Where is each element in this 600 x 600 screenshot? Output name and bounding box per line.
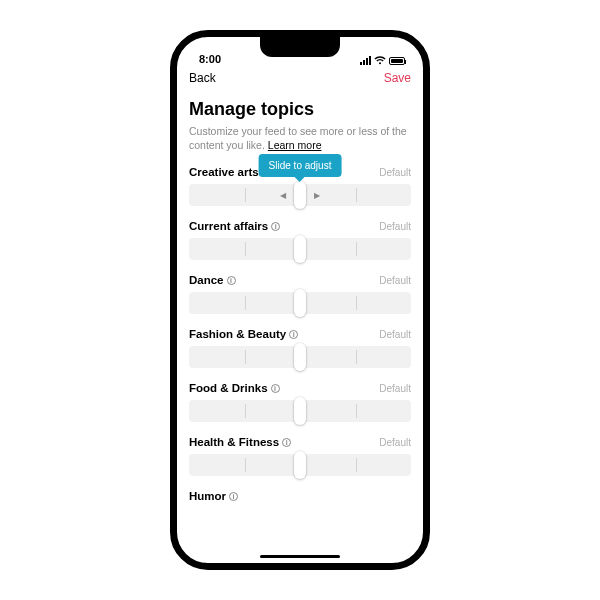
topic-status: Default [379, 221, 411, 232]
info-icon[interactable]: i [271, 222, 280, 231]
topic-slider[interactable] [189, 400, 411, 422]
topic-label: Humor i [189, 490, 238, 502]
slider-tick [356, 350, 357, 364]
topic-status: Default [379, 275, 411, 286]
slider-tick [245, 242, 246, 256]
topic-label-text: Current affairs [189, 220, 268, 232]
info-icon[interactable]: i [271, 384, 280, 393]
slider-thumb[interactable] [294, 451, 306, 479]
topic-label-text: Creative arts [189, 166, 259, 178]
back-button[interactable]: Back [189, 71, 216, 85]
topic-label: Fashion & Beauty i [189, 328, 298, 340]
topic-label-text: Food & Drinks [189, 382, 268, 394]
slider-tick [356, 296, 357, 310]
topic-status: Default [379, 437, 411, 448]
topic-row: Fashion & Beauty i Default [187, 328, 413, 368]
battery-icon [389, 57, 405, 65]
learn-more-link[interactable]: Learn more [268, 139, 322, 151]
phone-frame: 8:00 Back Save Manage topics Customize y… [170, 30, 430, 570]
signal-icon [360, 56, 371, 65]
topic-slider[interactable] [189, 454, 411, 476]
home-indicator[interactable] [260, 555, 340, 558]
slider-tick [245, 404, 246, 418]
page-title: Manage topics [187, 99, 413, 120]
topic-row: Humor i [187, 490, 413, 502]
save-button[interactable]: Save [384, 71, 411, 85]
slider-tick [356, 242, 357, 256]
slider-tick [356, 188, 357, 202]
screen: 8:00 Back Save Manage topics Customize y… [177, 37, 423, 563]
topic-label-text: Humor [189, 490, 226, 502]
slider-tick [245, 188, 246, 202]
slider-thumb[interactable] [294, 343, 306, 371]
status-time: 8:00 [199, 53, 221, 65]
topic-head: Humor i [189, 490, 411, 502]
info-icon[interactable]: i [289, 330, 298, 339]
topic-head: Dance i Default [189, 274, 411, 286]
topic-label-text: Dance [189, 274, 224, 286]
topic-slider[interactable] [189, 346, 411, 368]
topic-head: Fashion & Beauty i Default [189, 328, 411, 340]
topic-head: Food & Drinks i Default [189, 382, 411, 394]
topic-row: Current affairs i Default [187, 220, 413, 260]
slider-tick [356, 458, 357, 472]
topic-head: Current affairs i Default [189, 220, 411, 232]
topic-row: Dance i Default [187, 274, 413, 314]
topic-label: Current affairs i [189, 220, 280, 232]
slider-thumb[interactable] [294, 289, 306, 317]
topic-slider[interactable]: ◀ ▶ [189, 184, 411, 206]
topic-label: Health & Fitness i [189, 436, 291, 448]
nav-bar: Back Save [187, 65, 413, 89]
slider-tick [245, 296, 246, 310]
topic-status: Default [379, 383, 411, 394]
notch [260, 37, 340, 57]
topic-slider[interactable] [189, 292, 411, 314]
slider-tick [356, 404, 357, 418]
info-icon[interactable]: i [282, 438, 291, 447]
topic-row: Slide to adjust Creative arts i Default … [187, 166, 413, 206]
topic-slider[interactable] [189, 238, 411, 260]
topic-status: Default [379, 167, 411, 178]
wifi-icon [374, 56, 386, 65]
slider-thumb[interactable] [294, 397, 306, 425]
topic-label-text: Health & Fitness [189, 436, 279, 448]
topic-label-text: Fashion & Beauty [189, 328, 286, 340]
topic-head: Health & Fitness i Default [189, 436, 411, 448]
topic-label: Food & Drinks i [189, 382, 280, 394]
topic-status: Default [379, 329, 411, 340]
slider-tick [245, 350, 246, 364]
status-right [360, 56, 405, 65]
topic-label: Dance i [189, 274, 236, 286]
info-icon[interactable]: i [229, 492, 238, 501]
page-description: Customize your feed to see more or less … [187, 124, 413, 152]
topic-row: Health & Fitness i Default [187, 436, 413, 476]
slider-tooltip: Slide to adjust [259, 154, 342, 177]
chevron-left-icon: ◀ [280, 191, 286, 200]
slider-tick [245, 458, 246, 472]
chevron-right-icon: ▶ [314, 191, 320, 200]
slider-thumb[interactable] [294, 235, 306, 263]
topic-row: Food & Drinks i Default [187, 382, 413, 422]
info-icon[interactable]: i [227, 276, 236, 285]
